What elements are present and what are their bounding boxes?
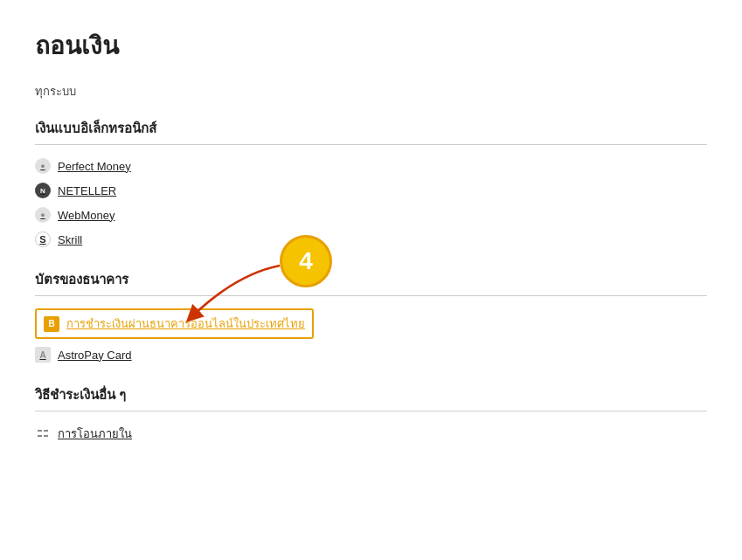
- payment-section-other: วิธีชำระเงินอื่น ๆการโอนภายใน: [35, 384, 707, 447]
- payment-icon-astropay: A: [35, 347, 51, 363]
- payment-label-webmoney: WebMoney: [58, 209, 115, 222]
- payment-icon-internal-transfer: [35, 426, 51, 442]
- payment-label-perfect-money: Perfect Money: [58, 160, 131, 173]
- payment-icon-skrill: S: [35, 232, 51, 247]
- payment-item-perfect-money[interactable]: ●Perfect Money: [35, 154, 707, 178]
- all-systems-label: ทุกระบบ: [35, 82, 707, 100]
- payment-item-thai-bank[interactable]: Bการชำระเงินผ่านธนาคารออนไลน์ในประเทศไทย: [35, 308, 314, 339]
- payment-item-webmoney[interactable]: ●WebMoney: [35, 203, 707, 227]
- payment-label-neteller: NETELLER: [58, 184, 116, 197]
- payment-section-bank-card: บัตรของธนาคาร4 Bการชำระเงินผ่านธนาคารออน…: [35, 269, 707, 367]
- section-title-electronic: เงินแบบอิเล็กทรอนิกส์: [35, 118, 707, 145]
- payment-icon-perfect-money: ●: [35, 158, 51, 174]
- payment-label-astropay: AstroPay Card: [58, 349, 132, 362]
- section-title-bank-card: บัตรของธนาคาร: [35, 269, 707, 296]
- payment-item-skrill[interactable]: SSkrill: [35, 227, 707, 252]
- section-title-other: วิธีชำระเงินอื่น ๆ: [35, 384, 707, 411]
- page-title: ถอนเงิน: [35, 26, 707, 65]
- annotation-wrapper: 4 Bการชำระเงินผ่านธนาคารออนไลน์ในประเทศไ…: [35, 305, 707, 342]
- payment-item-astropay[interactable]: AAstroPay Card: [35, 342, 707, 367]
- payment-label-skrill: Skrill: [58, 233, 82, 246]
- payment-item-internal-transfer[interactable]: การโอนภายใน: [35, 420, 707, 447]
- payment-label-internal-transfer: การโอนภายใน: [58, 425, 132, 443]
- payment-item-neteller[interactable]: NNETELLER: [35, 178, 707, 203]
- payment-icon-neteller: N: [35, 183, 51, 198]
- annotation-bubble: 4: [280, 235, 332, 287]
- payment-section-electronic: เงินแบบอิเล็กทรอนิกส์●Perfect MoneyNNETE…: [35, 118, 707, 252]
- payment-icon-thai-bank: B: [44, 316, 59, 332]
- payment-label-thai-bank: การชำระเงินผ่านธนาคารออนไลน์ในประเทศไทย: [66, 315, 305, 333]
- payment-icon-webmoney: ●: [35, 207, 51, 223]
